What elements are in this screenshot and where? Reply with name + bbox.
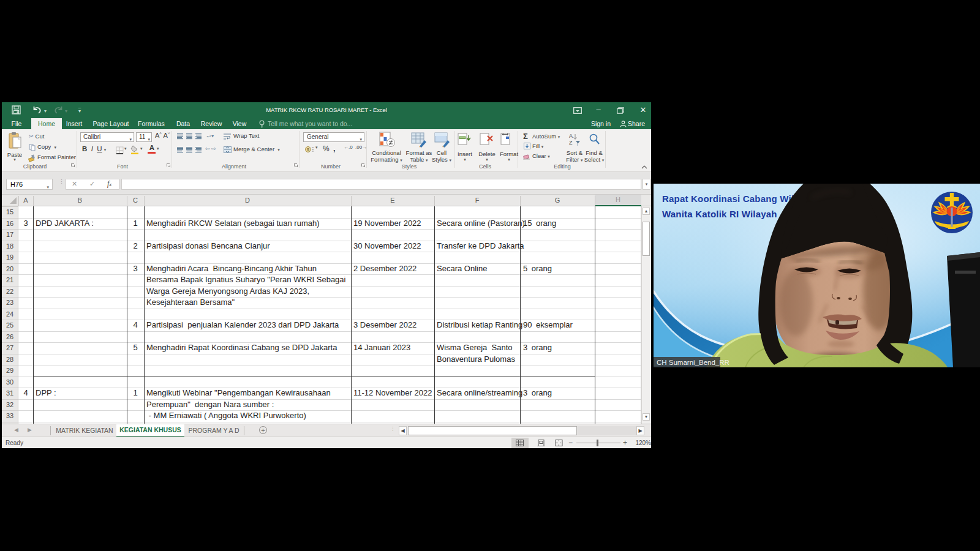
svg-text:CH Sumarni_Bend_RR: CH Sumarni_Bend_RR (657, 359, 729, 366)
svg-text:Wanita Katolik RI Wilayah: Wanita Katolik RI Wilayah (662, 209, 777, 219)
svg-text:$: $ (307, 148, 309, 152)
svg-text:Rapat Koordinasi Cabang Wilay: Rapat Koordinasi Cabang Wilay (662, 193, 805, 204)
svg-text:A: A (569, 133, 573, 139)
svg-text:Z: Z (569, 140, 573, 146)
